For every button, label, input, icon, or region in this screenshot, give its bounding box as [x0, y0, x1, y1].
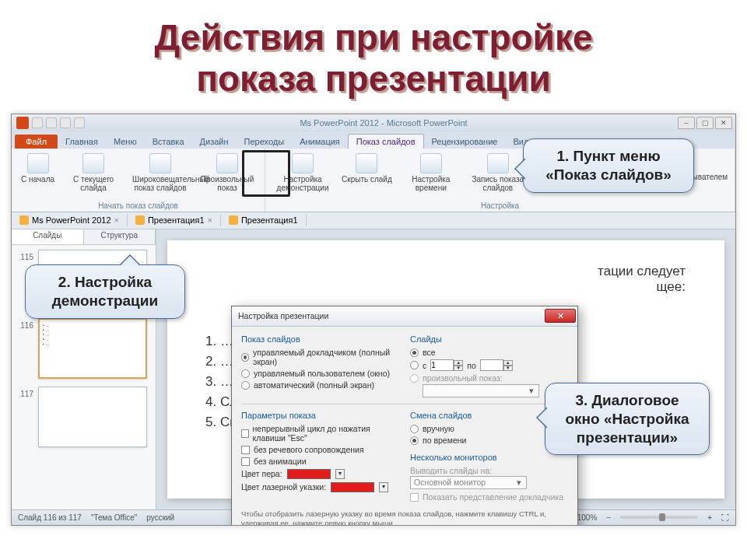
language-indicator[interactable]: русский — [146, 513, 174, 522]
qat-save-button[interactable] — [32, 117, 43, 128]
zoom-out-button[interactable]: − — [606, 513, 611, 522]
to-spinner[interactable]: ▲▼ — [480, 359, 513, 371]
doc-icon — [19, 215, 29, 225]
tab-file[interactable]: Файл — [15, 135, 58, 149]
play-icon — [27, 153, 49, 173]
zoom-in-button[interactable]: + — [707, 513, 712, 522]
monitor-combo[interactable]: Основной монитор▾ — [410, 476, 527, 489]
hide-slide-icon — [356, 153, 377, 173]
doc-icon — [135, 215, 145, 225]
tab-insert[interactable]: Вставка — [145, 135, 192, 149]
callout-1: 1. Пункт меню «Показ слайдов» — [523, 138, 694, 193]
radio-browsed-by-individual[interactable]: управляемый пользователем (окно) — [241, 368, 399, 380]
play-current-icon — [82, 153, 104, 173]
radio-presented-by-speaker[interactable]: управляемый докладчиком (полный экран) — [241, 347, 399, 368]
presenter-view-checkbox[interactable]: Показать представление докладчика — [410, 492, 568, 503]
titlebar: Ms PowerPoint 2012 - Microsoft PowerPoin… — [12, 114, 735, 131]
clock-icon — [420, 153, 442, 173]
from-beginning-button[interactable]: С начала — [18, 152, 58, 185]
radio-custom-show[interactable]: произвольный показ: — [410, 373, 568, 384]
callout-3: 3. Диалоговое окно «Настройка презентаци… — [545, 383, 710, 455]
tab-transitions[interactable]: Переходы — [237, 135, 293, 149]
qat-more-button[interactable] — [74, 117, 85, 128]
chevron-down-icon[interactable]: ▾ — [379, 482, 388, 492]
from-spinner[interactable]: ▲▼ — [430, 359, 463, 371]
app-icon — [16, 117, 29, 129]
broadcast-icon — [149, 153, 171, 173]
panel-tab-outline[interactable]: Структура — [84, 229, 156, 244]
page-title: Действия при настройке показа презентаци… — [0, 0, 747, 114]
show-options-group: Параметры показа непрерывный цикл до наж… — [241, 411, 399, 503]
doc-tab-1[interactable]: Ms PowerPoint 2012× — [12, 214, 128, 226]
radio-browsed-at-kiosk[interactable]: автоматический (полный экран) — [241, 380, 399, 391]
rehearse-timings-button[interactable]: Настройка времени — [400, 152, 462, 194]
tab-review[interactable]: Рецензирование — [424, 135, 506, 149]
laser-color-swatch[interactable] — [331, 482, 374, 492]
highlight-setup-button — [242, 150, 290, 197]
slide-text-fragment: щее: — [657, 279, 686, 294]
radio-all-slides[interactable]: все — [410, 347, 568, 359]
hide-slide-button[interactable]: Скрыть слайд — [338, 152, 395, 185]
ribbon-group-start-slideshow: С начала С текущего слайда Широковещател… — [12, 149, 265, 212]
fit-button[interactable]: ⛶ — [721, 513, 729, 522]
tab-design[interactable]: Дизайн — [192, 135, 237, 149]
callout-2: 2. Настройка демонстрации — [25, 264, 185, 319]
maximize-button[interactable]: ▢ — [696, 117, 714, 129]
from-current-button[interactable]: С текущего слайда — [62, 152, 124, 194]
document-tabs: Ms PowerPoint 2012× Презентация1× Презен… — [12, 212, 735, 229]
dialog-titlebar[interactable]: Настройка презентации ✕ — [232, 306, 577, 327]
dialog-title: Настройка презентации — [238, 311, 328, 320]
dialog-hint: Чтобы отобразить лазерную указку во врем… — [241, 508, 568, 526]
chevron-down-icon: ▾ — [514, 478, 524, 487]
slide-thumbnail-selected[interactable]: • …• …• …• …• … — [38, 318, 147, 379]
window-title: Ms PowerPoint 2012 - Microsoft PowerPoin… — [89, 118, 678, 128]
show-type-group: Показ слайдов управляемый докладчиком (п… — [241, 334, 399, 397]
tab-menu[interactable]: Меню — [106, 135, 145, 149]
chevron-down-icon[interactable]: ▾ — [335, 469, 345, 479]
no-animation-checkbox[interactable]: без анимации — [241, 456, 399, 467]
radio-slide-range[interactable]: с ▲▼ по ▲▼ — [410, 359, 568, 373]
close-icon[interactable]: × — [114, 215, 119, 225]
pen-color-swatch[interactable] — [287, 469, 331, 479]
doc-tab-2[interactable]: Презентация1× — [128, 214, 221, 226]
title-line-2: показа презентации — [196, 58, 551, 99]
qat-undo-button[interactable] — [46, 117, 57, 128]
close-icon[interactable]: × — [208, 215, 212, 225]
slide-counter: Слайд 116 из 117 — [18, 513, 82, 522]
minimize-button[interactable]: – — [678, 117, 695, 129]
title-line-1: Действия при настройке — [155, 17, 593, 58]
no-narration-checkbox[interactable]: без речевого сопровождения — [241, 444, 399, 456]
chevron-down-icon: ▾ — [526, 386, 537, 395]
zoom-slider[interactable] — [620, 516, 698, 519]
close-button[interactable]: ✕ — [715, 117, 732, 129]
loop-checkbox[interactable]: непрерывный цикл до нажатия клавиши "Esc… — [241, 423, 399, 444]
custom-show-combo[interactable]: ▾ — [423, 384, 539, 397]
quick-access-toolbar — [12, 117, 89, 129]
qat-redo-button[interactable] — [60, 117, 71, 128]
thumb-number: 117 — [16, 387, 33, 447]
slide-thumbnail[interactable] — [38, 387, 147, 447]
setup-icon — [292, 153, 314, 173]
theme-name: "Тема Office" — [91, 513, 137, 522]
zoom-percent[interactable]: 100% — [577, 513, 598, 522]
tab-home[interactable]: Главная — [58, 135, 106, 149]
thumb-number: 116 — [16, 318, 33, 379]
doc-icon — [229, 215, 238, 225]
slides-group: Слайды все с ▲▼ по ▲▼ произвольный показ… — [410, 334, 568, 397]
dialog-close-button[interactable]: ✕ — [545, 309, 576, 323]
doc-tab-3[interactable]: Презентация1 — [221, 214, 307, 226]
panel-tab-slides[interactable]: Слайды — [12, 229, 84, 244]
broadcast-button[interactable]: Широковещательный показ слайдов — [129, 152, 191, 194]
tab-animation[interactable]: Анимация — [292, 135, 348, 149]
tab-slideshow[interactable]: Показ слайдов — [348, 134, 424, 149]
slide-text-fragment: тации следует — [598, 264, 686, 278]
custom-show-icon — [216, 153, 238, 173]
